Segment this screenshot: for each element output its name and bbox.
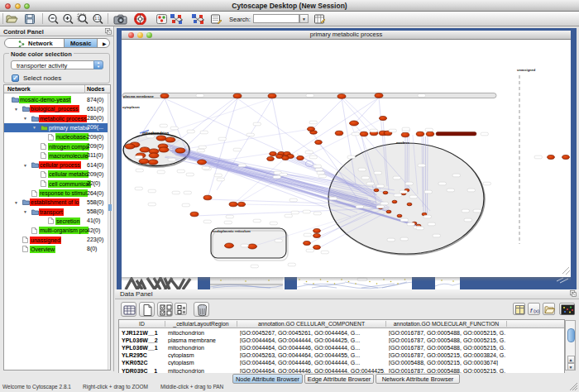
svg-text:···: ··· xyxy=(149,203,151,206)
svg-text:···: ··· xyxy=(377,185,380,188)
svg-text:···: ··· xyxy=(318,172,320,174)
svg-text:···: ··· xyxy=(433,235,436,237)
svg-text:···: ··· xyxy=(535,156,538,159)
svg-text:···: ··· xyxy=(203,167,205,170)
svg-text:···: ··· xyxy=(468,189,471,192)
svg-text:···: ··· xyxy=(197,95,199,98)
svg-text:···: ··· xyxy=(136,156,138,159)
svg-text:···: ··· xyxy=(359,169,361,171)
svg-text:···: ··· xyxy=(465,219,467,222)
svg-text:unassigned: unassigned xyxy=(517,68,536,72)
svg-text:···: ··· xyxy=(481,133,484,136)
svg-text:···: ··· xyxy=(275,172,277,174)
svg-text:1:1: 1:1 xyxy=(94,16,100,21)
svg-text:···: ··· xyxy=(390,130,392,132)
svg-text:cytoplasm: cytoplasm xyxy=(122,105,140,109)
svg-text:···: ··· xyxy=(218,179,220,181)
svg-text:···: ··· xyxy=(426,129,428,131)
svg-text:···: ··· xyxy=(239,165,242,167)
svg-text:···: ··· xyxy=(428,223,431,226)
svg-text:···: ··· xyxy=(474,210,476,213)
svg-text:···: ··· xyxy=(419,95,421,98)
svg-text:···: ··· xyxy=(406,183,409,185)
svg-text:···: ··· xyxy=(310,122,313,124)
svg-text:···: ··· xyxy=(371,130,373,132)
svg-text:···: ··· xyxy=(183,204,185,207)
svg-text:···: ··· xyxy=(199,146,202,149)
svg-text:···: ··· xyxy=(307,95,309,98)
svg-text:···: ··· xyxy=(254,220,256,222)
svg-text:···: ··· xyxy=(204,221,207,223)
svg-text:···: ··· xyxy=(330,198,333,200)
svg-text:···: ··· xyxy=(388,239,390,241)
svg-text:···: ··· xyxy=(201,131,203,134)
svg-text:···: ··· xyxy=(381,203,384,205)
svg-text:···: ··· xyxy=(375,172,377,174)
svg-text:···: ··· xyxy=(408,223,410,226)
svg-text:···: ··· xyxy=(362,177,365,179)
svg-text:···: ··· xyxy=(304,211,306,213)
svg-text:···: ··· xyxy=(348,156,351,159)
svg-text:···: ··· xyxy=(352,133,355,136)
svg-text:···: ··· xyxy=(304,234,307,237)
svg-text:···: ··· xyxy=(227,216,229,218)
svg-text:···: ··· xyxy=(425,191,428,194)
svg-text:···: ··· xyxy=(219,138,222,141)
svg-text:···: ··· xyxy=(453,174,456,177)
svg-text:···: ··· xyxy=(215,174,218,177)
svg-text:···: ··· xyxy=(307,250,309,252)
svg-text:···: ··· xyxy=(377,206,380,208)
svg-text:···: ··· xyxy=(187,174,189,176)
svg-text:···: ··· xyxy=(395,194,397,197)
svg-text:···: ··· xyxy=(316,169,318,171)
svg-text:···: ··· xyxy=(234,149,237,151)
svg-text:···: ··· xyxy=(160,125,163,127)
svg-text:···: ··· xyxy=(310,156,313,159)
svg-text:···: ··· xyxy=(319,175,322,178)
svg-text:···: ··· xyxy=(275,240,278,242)
svg-text:···: ··· xyxy=(314,165,317,168)
svg-text:···: ··· xyxy=(169,159,171,161)
svg-text:···: ··· xyxy=(400,191,403,194)
svg-text:···: ··· xyxy=(417,227,419,230)
svg-text:···: ··· xyxy=(410,196,413,198)
svg-text:···: ··· xyxy=(314,213,317,215)
svg-text:···: ··· xyxy=(356,206,359,208)
svg-text:···: ··· xyxy=(242,245,244,247)
svg-text:···: ··· xyxy=(225,222,227,224)
svg-text:plasma membrane: plasma membrane xyxy=(123,94,154,98)
svg-text:···: ··· xyxy=(401,238,404,241)
svg-text:···: ··· xyxy=(280,174,283,176)
svg-text:···: ··· xyxy=(274,176,276,179)
svg-text:···: ··· xyxy=(439,183,442,185)
svg-text:···: ··· xyxy=(401,219,404,222)
svg-text:nucleus: nucleus xyxy=(396,141,410,145)
svg-text:···: ··· xyxy=(484,183,486,185)
svg-text:···: ··· xyxy=(184,192,187,194)
svg-text:(x): (x) xyxy=(534,308,539,313)
svg-text:···: ··· xyxy=(367,183,370,185)
svg-text:···: ··· xyxy=(198,150,200,152)
svg-text:···: ··· xyxy=(424,216,427,218)
svg-text:···: ··· xyxy=(178,170,180,173)
svg-text:···: ··· xyxy=(306,151,309,154)
svg-text:···: ··· xyxy=(136,188,138,190)
svg-text:f: f xyxy=(530,307,533,314)
svg-text:···: ··· xyxy=(158,171,160,174)
svg-text:···: ··· xyxy=(394,177,396,179)
svg-text:···: ··· xyxy=(136,170,139,172)
svg-text:···: ··· xyxy=(188,131,190,133)
svg-text:···: ··· xyxy=(247,134,250,136)
svg-text:···: ··· xyxy=(254,123,256,126)
svg-text:···: ··· xyxy=(322,251,324,254)
svg-text:···: ··· xyxy=(251,265,254,268)
svg-text:···: ··· xyxy=(289,264,291,266)
svg-text:···: ··· xyxy=(285,215,288,218)
svg-text:endoplasmic reticulum: endoplasmic reticulum xyxy=(213,229,251,233)
svg-text:···: ··· xyxy=(447,189,450,192)
svg-text:···: ··· xyxy=(173,192,175,194)
svg-text:···: ··· xyxy=(403,128,405,131)
svg-text:···: ··· xyxy=(149,190,151,193)
svg-text:···: ··· xyxy=(171,127,174,130)
svg-text:···: ··· xyxy=(270,222,273,225)
